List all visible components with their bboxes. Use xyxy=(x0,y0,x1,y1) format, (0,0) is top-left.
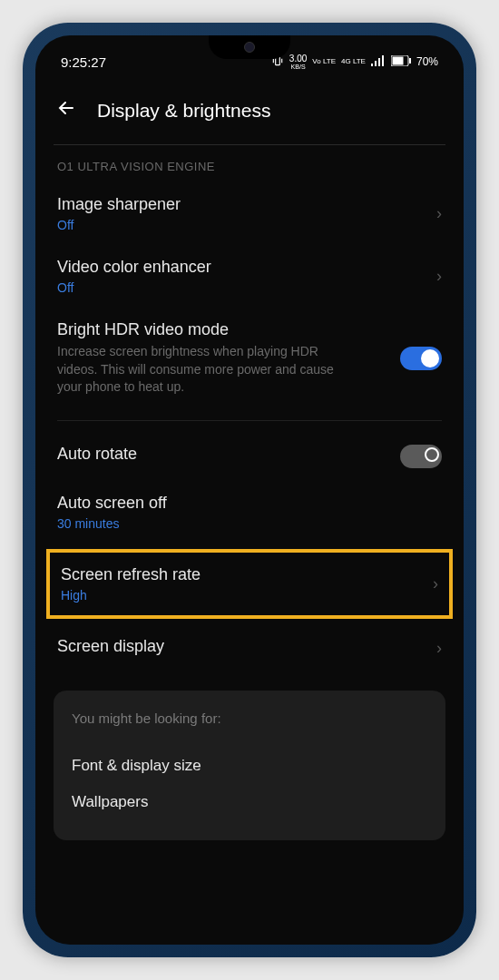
hdr-row[interactable]: Bright HDR video mode Increase screen br… xyxy=(35,308,464,409)
auto-screen-off-value: 30 minutes xyxy=(57,516,442,531)
front-camera xyxy=(244,42,255,53)
net-unit: KB/S xyxy=(289,64,307,70)
back-button[interactable] xyxy=(55,97,77,124)
lte-icon: 4G LTE xyxy=(341,58,366,65)
image-sharpener-label: Image sharpener xyxy=(57,195,436,214)
phone-frame: 9:25:27 3.00 KB/S Vo LTE 4G LTE 70% xyxy=(23,23,476,957)
status-indicators: 3.00 KB/S Vo LTE 4G LTE 70% xyxy=(271,54,438,70)
suggestion-wallpapers[interactable]: Wallpapers xyxy=(72,784,427,820)
net-speed: 3.00 xyxy=(289,54,307,64)
auto-screen-off-row[interactable]: Auto screen off 30 minutes xyxy=(35,481,464,544)
signal-icon xyxy=(371,55,386,69)
toggle-knob xyxy=(425,447,439,462)
screen-display-label: Screen display xyxy=(57,637,436,656)
video-color-label: Video color enhancer xyxy=(57,258,436,277)
page-title: Display & brightness xyxy=(97,100,270,122)
svg-rect-2 xyxy=(375,61,377,66)
section-header-vision: O1 ULTRA VISION ENGINE xyxy=(35,145,464,182)
auto-screen-off-label: Auto screen off xyxy=(57,494,442,513)
chevron-right-icon: › xyxy=(436,639,442,658)
hdr-toggle[interactable] xyxy=(400,347,442,370)
svg-rect-4 xyxy=(382,55,384,66)
svg-rect-1 xyxy=(371,64,373,66)
screen-display-row[interactable]: Screen display › xyxy=(35,624,464,672)
suggestion-font-display[interactable]: Font & display size xyxy=(72,748,427,784)
video-color-row[interactable]: Video color enhancer Off › xyxy=(35,245,464,308)
divider xyxy=(57,420,442,421)
chevron-right-icon: › xyxy=(436,267,442,286)
chevron-right-icon: › xyxy=(433,574,438,593)
svg-rect-6 xyxy=(392,56,403,64)
auto-rotate-label: Auto rotate xyxy=(57,445,400,464)
suggestions-card: You might be looking for: Font & display… xyxy=(54,691,445,840)
status-time: 9:25:27 xyxy=(61,54,106,70)
image-sharpener-value: Off xyxy=(57,218,436,232)
suggestions-header: You might be looking for: xyxy=(72,710,427,726)
hdr-desc: Increase screen brightness when playing … xyxy=(57,343,347,397)
auto-rotate-toggle[interactable] xyxy=(400,445,442,468)
highlight-annotation: Screen refresh rate High › xyxy=(46,549,453,619)
page-header: Display & brightness xyxy=(35,81,464,144)
hdr-label: Bright HDR video mode xyxy=(57,320,400,339)
notch xyxy=(209,35,290,59)
chevron-right-icon: › xyxy=(436,204,442,223)
toggle-knob xyxy=(421,349,439,368)
image-sharpener-row[interactable]: Image sharpener Off › xyxy=(35,182,464,245)
svg-rect-3 xyxy=(378,58,380,66)
video-color-value: Off xyxy=(57,280,436,295)
battery-percent: 70% xyxy=(416,55,438,68)
battery-icon xyxy=(391,55,411,69)
svg-rect-7 xyxy=(409,58,411,64)
refresh-rate-value: High xyxy=(61,588,433,603)
refresh-rate-label: Screen refresh rate xyxy=(61,565,433,584)
auto-rotate-row[interactable]: Auto rotate xyxy=(35,432,464,481)
phone-screen: 9:25:27 3.00 KB/S Vo LTE 4G LTE 70% xyxy=(35,35,464,945)
refresh-rate-row[interactable]: Screen refresh rate High › xyxy=(50,553,449,615)
volte-icon: Vo LTE xyxy=(312,58,336,65)
